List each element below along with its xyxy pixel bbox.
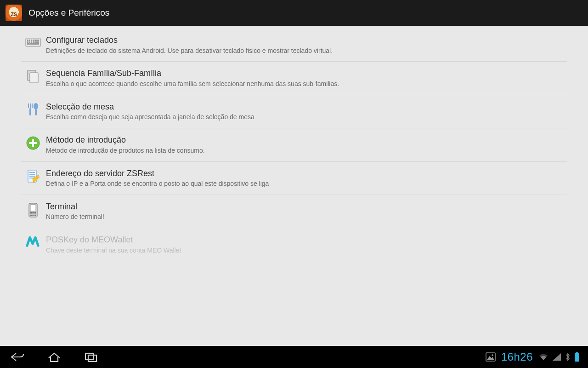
svg-rect-13 [36,41,39,43]
pref-subtitle: Escolha o que acontece quando escolhe um… [46,80,567,88]
svg-rect-40 [33,213,34,214]
svg-rect-11 [33,41,34,43]
svg-rect-51 [576,352,578,353]
svg-rect-18 [30,73,38,83]
pref-subtitle: Definições de teclado do sistema Android… [46,46,567,55]
pref-subtitle: Escolha como deseja que seja apresentada… [46,113,567,121]
pref-seleccao-mesa[interactable]: Selecção de mesa Escolha como deseja que… [21,95,567,128]
svg-rect-1 [27,40,28,41]
svg-rect-24 [35,109,37,115]
keyboard-icon [22,35,44,47]
svg-rect-16 [36,43,39,45]
svg-rect-38 [34,212,36,213]
pref-title: Método de introdução [46,135,567,145]
pref-subtitle: Número de terminal! [46,213,567,221]
svg-rect-2 [29,40,30,41]
server-icon [22,168,44,185]
svg-rect-14 [27,43,29,45]
svg-rect-9 [29,41,30,43]
pref-title: Terminal [46,201,567,212]
pref-title: Selecção de mesa [46,102,567,112]
svg-rect-42 [30,215,32,216]
pref-title: Sequencia Família/Sub-Família [46,68,567,79]
recent-apps-button[interactable] [82,351,100,363]
wallet-icon [22,235,44,248]
pref-subtitle: Defina o IP e a Porta onde se encontra o… [46,179,567,188]
pref-title: Endereço do servidor ZSRest [46,168,567,179]
picture-icon [486,352,496,362]
pref-title: POSKey do MEOWallet [46,235,567,245]
svg-rect-37 [33,212,34,213]
svg-rect-35 [30,205,36,211]
svg-rect-22 [29,108,31,115]
svg-rect-52 [575,353,579,362]
svg-rect-7 [38,40,39,41]
svg-rect-3 [31,40,32,41]
svg-rect-41 [34,213,36,214]
svg-marker-48 [487,356,494,360]
pref-title: Configurar teclados [46,35,567,46]
svg-rect-36 [30,212,32,213]
page-title: Opções e Periféricos [28,8,109,18]
app-icon [6,5,22,21]
svg-rect-8 [27,41,28,43]
pref-sequencia-familia[interactable]: Sequencia Família/Sub-Família Escolha o … [21,62,567,95]
svg-rect-4 [33,40,34,41]
pref-terminal[interactable]: Terminal Número de terminal! [21,195,567,228]
bluetooth-icon [565,352,571,362]
plus-icon [22,135,44,150]
pref-poskey-meowallet: POSKey do MEOWallet Chave deste terminal… [21,228,567,261]
terminal-icon [22,201,44,218]
svg-rect-45 [85,353,94,360]
svg-rect-20 [30,104,31,108]
svg-rect-10 [31,41,32,43]
copy-icon [22,68,44,84]
pref-endereco-servidor[interactable]: Endereço do servidor ZSRest Defina o IP … [21,162,567,195]
pref-subtitle: Método de introdução de produtos na list… [46,146,567,155]
svg-rect-39 [30,213,32,214]
svg-rect-47 [486,353,495,361]
battery-icon [574,352,580,362]
pref-subtitle: Chave deste terminal na sua conta MEO Wa… [46,246,567,255]
system-nav-bar: 16h26 [0,346,588,368]
svg-rect-21 [32,104,33,108]
svg-rect-5 [34,40,36,41]
svg-rect-6 [36,40,38,41]
svg-rect-15 [29,43,36,45]
wifi-icon [538,353,548,361]
signal-icon [552,353,561,361]
svg-rect-46 [88,355,96,362]
svg-marker-50 [553,353,561,361]
status-clock: 16h26 [501,351,533,363]
svg-rect-44 [34,215,36,216]
svg-point-49 [492,354,493,356]
cutlery-icon [22,102,44,118]
home-button[interactable] [45,351,63,363]
svg-rect-19 [28,104,29,108]
svg-rect-28 [29,142,37,144]
pref-configurar-teclados[interactable]: Configurar teclados Definições de teclad… [21,29,567,62]
svg-point-23 [34,103,38,109]
settings-list: Configurar teclados Definições de teclad… [0,26,588,346]
svg-rect-12 [34,41,36,43]
svg-rect-43 [33,215,34,216]
pref-metodo-introducao[interactable]: Método de introdução Método de introduçã… [21,128,567,161]
back-button[interactable] [8,351,27,363]
action-bar: Opções e Periféricos [0,0,588,26]
